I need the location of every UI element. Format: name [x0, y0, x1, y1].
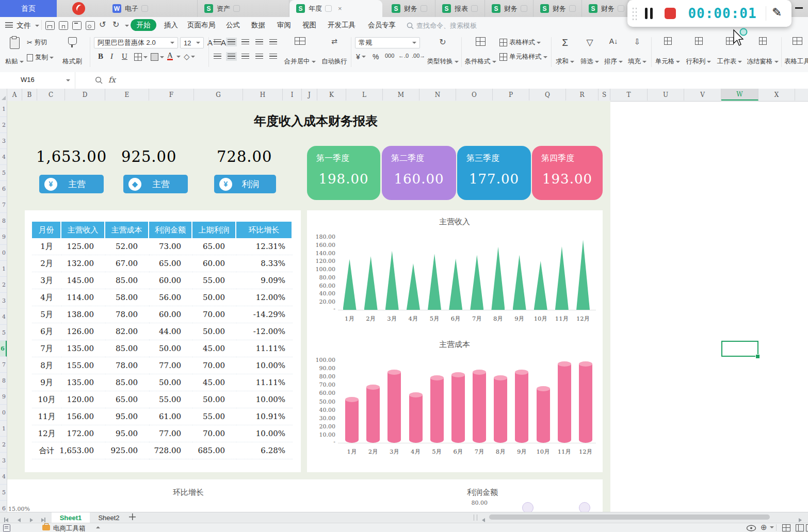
name-box[interactable] [0, 72, 75, 89]
column-header-K[interactable]: K [317, 89, 346, 101]
formula-input[interactable] [123, 72, 808, 88]
menu-tab-开发工具[interactable]: 开发工具 [328, 21, 355, 30]
minimize-icon[interactable] [795, 7, 803, 9]
menu-tab-视图[interactable]: 视图 [302, 21, 316, 30]
font-size-select[interactable]: 12 [180, 37, 204, 48]
sort-button[interactable]: A↓ 排序 [603, 37, 624, 66]
format-painter-button[interactable]: 格式刷 [59, 37, 86, 66]
font-color-button[interactable]: A [167, 52, 173, 60]
row-header-12[interactable]: 2 [0, 277, 7, 293]
borders-button[interactable] [134, 53, 148, 61]
menu-tab-页面布局[interactable]: 页面布局 [187, 21, 215, 30]
menu-tab-插入[interactable]: 插入 [164, 21, 178, 30]
document-tab-电子[interactable]: W电子 [106, 0, 198, 17]
bold-button[interactable]: B [98, 52, 103, 61]
command-search[interactable]: 查找命令、搜索模板 [407, 21, 477, 30]
cell-style-button[interactable]: 单元格样式 [499, 53, 547, 61]
fill-button[interactable]: ⇩ 填充 [626, 37, 648, 66]
decrease-decimal-button[interactable]: .00→ [412, 53, 425, 59]
fx-label[interactable]: fx [108, 75, 116, 85]
column-header-C[interactable]: C [37, 89, 65, 101]
underline-button[interactable]: U [122, 52, 127, 61]
kpi-button-主营[interactable]: ¥主营 [39, 175, 104, 193]
justify-icon[interactable] [255, 54, 263, 59]
page-layout-view-icon[interactable] [796, 524, 804, 531]
row-header-11[interactable]: 1 [0, 261, 7, 277]
row-header-3[interactable]: 3 [0, 133, 7, 149]
name-box-caret-icon[interactable] [66, 79, 70, 81]
document-tab-财务[interactable]: S财务 [485, 0, 534, 17]
wps-logo-tab[interactable] [57, 0, 106, 17]
view-caret-icon[interactable] [770, 526, 774, 528]
row-header-18[interactable]: 8 [0, 373, 7, 389]
menu-tab-公式[interactable]: 公式 [226, 21, 240, 30]
italic-button[interactable]: I [110, 52, 113, 61]
hamburger-menu-icon[interactable] [5, 22, 13, 28]
wrap-text-button[interactable]: ⇄ 自动换行 [320, 37, 349, 66]
pane-splitter[interactable] [474, 514, 477, 521]
file-menu[interactable]: 文件 [17, 21, 31, 30]
pause-icon[interactable] [645, 8, 648, 19]
row-header-2[interactable]: 2 [0, 117, 7, 133]
select-all-corner[interactable] [0, 89, 7, 101]
row-header-17[interactable]: 7 [0, 357, 7, 373]
row-header-13[interactable]: 3 [0, 293, 7, 309]
sheet-tab-Sheet2[interactable]: Sheet2 [90, 512, 128, 523]
document-tab-财务[interactable]: S财务 [385, 0, 435, 17]
align-top-icon[interactable] [214, 39, 221, 45]
center-view-icon[interactable]: ⊕ [761, 523, 767, 532]
row-header-21[interactable]: 1 [0, 421, 7, 437]
font-color-caret-icon[interactable] [176, 56, 181, 58]
column-header-A[interactable]: A [7, 89, 22, 101]
zoom-formula-icon[interactable] [95, 76, 103, 85]
row-header-1[interactable]: 1 [0, 101, 7, 117]
fill-color-button[interactable] [151, 53, 164, 61]
document-tab-资产[interactable]: S资产 [198, 0, 289, 17]
number-format-select[interactable]: 常规 [355, 37, 420, 48]
conditional-format-button[interactable]: 条件格式 [464, 37, 496, 66]
cells-button[interactable]: 单元格 [654, 37, 681, 66]
add-sheet-icon[interactable] [129, 513, 136, 520]
sum-button[interactable]: Σ 求和 [554, 37, 576, 66]
home-tab[interactable]: 首页 [0, 0, 57, 17]
row-header-4[interactable]: 4 [0, 149, 7, 165]
row-header-25[interactable]: 5 [0, 485, 7, 501]
column-header-Q[interactable]: Q [529, 89, 566, 101]
close-tab-icon[interactable]: × [338, 5, 342, 12]
column-header-W[interactable]: W [721, 89, 758, 101]
copy-button[interactable]: 复制 [27, 53, 54, 62]
fill-handle[interactable] [755, 354, 760, 359]
increase-decimal-button[interactable]: ←.0 [398, 53, 409, 59]
toolbox-caret-icon[interactable] [96, 526, 100, 528]
merge-center-button[interactable]: 合并居中 [283, 37, 317, 66]
stop-record-icon[interactable] [665, 8, 676, 19]
undo-icon[interactable]: ↺ [99, 20, 106, 29]
document-tab-报表[interactable]: S报表 [435, 0, 485, 17]
column-header-J[interactable]: J [302, 89, 317, 101]
column-header-B[interactable]: B [22, 89, 37, 101]
document-tab-财务[interactable]: S财务 [534, 0, 582, 17]
font-name-select[interactable]: 阿里巴巴普惠体 2.0 [94, 37, 178, 48]
column-header-I[interactable]: I [283, 89, 302, 101]
align-right-icon[interactable] [241, 54, 249, 59]
row-header-24[interactable]: 4 [0, 469, 7, 485]
row-header-10[interactable]: 0 [0, 245, 7, 261]
eye-protect-icon[interactable] [746, 525, 756, 531]
column-header-R[interactable]: R [566, 89, 599, 101]
pause-icon[interactable] [650, 8, 653, 19]
align-left-icon[interactable] [214, 54, 221, 59]
row-header-6[interactable]: 6 [0, 181, 7, 197]
sheet-tab-Sheet1[interactable]: Sheet1 [52, 512, 90, 523]
quickbar-caret-icon[interactable] [125, 25, 129, 27]
file-caret-icon[interactable] [35, 25, 39, 27]
freeze-panes-button[interactable]: 冻结窗格 [746, 37, 779, 66]
page-break-view-icon[interactable] [806, 524, 808, 531]
align-bottom-icon[interactable] [241, 39, 249, 45]
column-header-T[interactable]: T [610, 89, 648, 101]
normal-view-icon[interactable] [782, 524, 790, 531]
column-header-F[interactable]: F [149, 89, 194, 101]
column-header-D[interactable]: D [65, 89, 105, 101]
align-middle-icon[interactable] [228, 39, 235, 45]
column-header-S[interactable]: S [599, 89, 610, 101]
row-header-23[interactable]: 3 [0, 453, 7, 469]
